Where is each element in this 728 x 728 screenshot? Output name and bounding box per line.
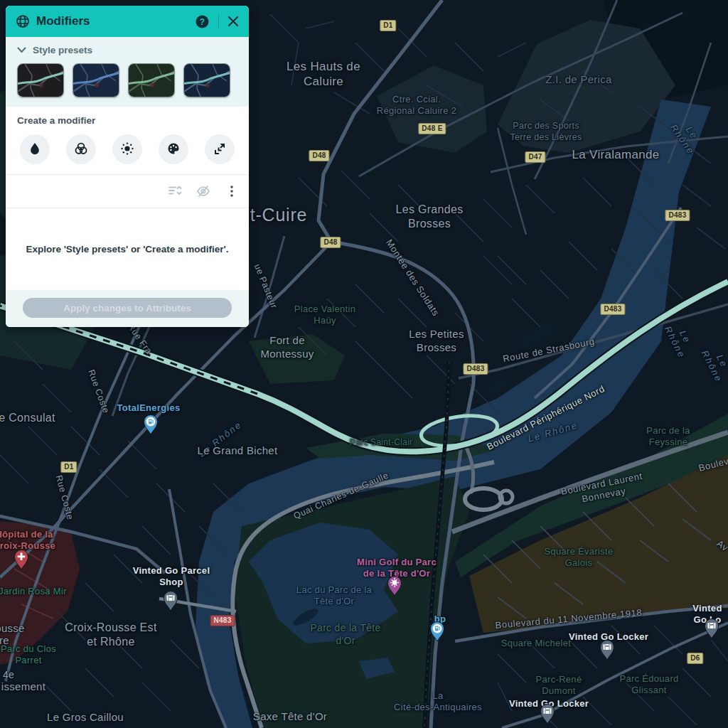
droplet-icon <box>28 141 42 158</box>
panel-footer: Apply changes to Attributes <box>6 290 249 327</box>
style-presets-label: Style presets <box>33 45 92 55</box>
style-presets-header[interactable]: Style presets <box>17 45 237 55</box>
help-icon[interactable]: ? <box>195 14 210 29</box>
panel-header: Modifiers ? <box>6 6 249 37</box>
palette-icon <box>166 141 181 158</box>
globe-icon <box>16 14 30 28</box>
chevron-down-icon <box>17 45 26 55</box>
create-modifier-tools <box>17 134 237 164</box>
modifiers-panel: Modifiers ? Style presets <box>6 6 249 327</box>
modifier-list-empty-state: Explore 'Style presets' or 'Create a mod… <box>6 208 249 290</box>
create-saturation-modifier-button[interactable] <box>20 134 50 164</box>
sort-list-icon[interactable] <box>168 184 182 198</box>
brightness-icon <box>120 141 134 158</box>
style-preset-preset-green[interactable] <box>128 63 175 97</box>
modifier-list-toolbar <box>6 175 249 208</box>
create-brightness-modifier-button[interactable] <box>112 134 142 164</box>
create-modifier-label: Create a modifier <box>17 115 237 126</box>
scale-icon <box>213 141 227 158</box>
kebab-menu-icon[interactable] <box>225 184 239 198</box>
header-divider <box>218 14 219 28</box>
create-scale-modifier-button[interactable] <box>205 134 235 164</box>
empty-state-message: Explore 'Style presets' or 'Create a mod… <box>26 244 228 255</box>
style-preset-preset-navy[interactable] <box>183 63 230 97</box>
apply-changes-button[interactable]: Apply changes to Attributes <box>23 298 232 318</box>
style-presets-section: Style presets <box>6 37 249 107</box>
create-color-channels-modifier-button[interactable] <box>66 134 96 164</box>
create-palette-modifier-button[interactable] <box>159 134 188 164</box>
panel-title: Modifiers <box>36 14 90 28</box>
create-modifier-section: Create a modifier <box>6 107 249 175</box>
svg-text:?: ? <box>200 17 205 27</box>
eye-off-icon[interactable] <box>196 184 210 198</box>
style-preset-preset-dark[interactable] <box>17 63 64 97</box>
color-channels-icon <box>74 141 88 158</box>
style-presets-row <box>17 63 237 97</box>
style-preset-preset-blue[interactable] <box>73 63 119 97</box>
close-icon[interactable] <box>228 16 239 27</box>
